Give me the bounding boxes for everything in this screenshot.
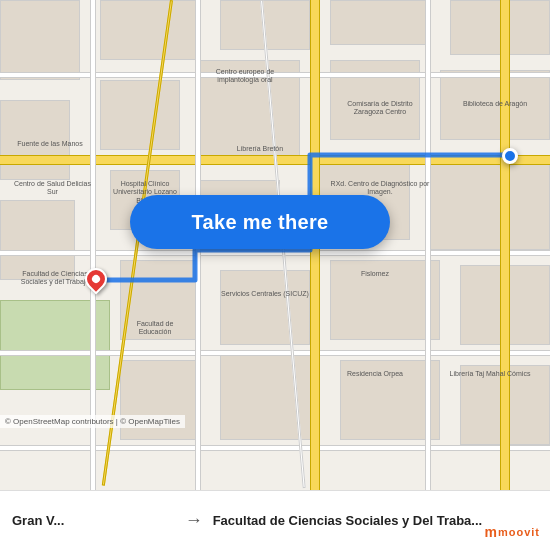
label-centro-europeo: Centro europeo de implantología oral (200, 68, 290, 85)
block (100, 0, 200, 60)
bottom-bar: Gran V... → Facultad de Ciencias Sociale… (0, 490, 550, 550)
label-comisaria: Comisaría de Distrito Zaragoza Centro (340, 100, 420, 117)
road-wide (500, 0, 510, 490)
destination-pin (85, 268, 107, 290)
from-location: Gran V... (12, 513, 175, 528)
moovit-logo: m moovit (484, 524, 540, 540)
moovit-brand-text: moovit (498, 526, 540, 538)
block (120, 360, 200, 440)
label-servicios: Servicios Centrales (SICUZ) (220, 290, 310, 298)
take-me-there-button[interactable]: Take me there (130, 195, 390, 249)
block (220, 355, 320, 440)
origin-dot (502, 148, 518, 164)
block (0, 200, 75, 280)
label-residencia: Residencia Orpea (330, 370, 420, 378)
map-attribution: © OpenStreetMap contributors | © OpenMap… (0, 415, 185, 428)
block (0, 0, 80, 80)
label-fislomez: Fislomez (330, 270, 420, 278)
label-facultad-edu: Facultad de Educación (120, 320, 190, 337)
block (220, 270, 310, 345)
block (330, 0, 430, 45)
from-value: Gran V... (12, 513, 175, 528)
label-biblioteca: Biblioteca de Aragón (445, 100, 545, 108)
block (100, 80, 180, 150)
label-libreria: Librería Bretón (220, 145, 300, 153)
direction-arrow: → (175, 510, 213, 531)
label-fuente: Fuente de las Manos (10, 140, 90, 148)
moovit-m-icon: m (484, 524, 495, 540)
cta-label: Take me there (192, 211, 329, 234)
label-cs-trabajo: Centro de Salud Delicias Sur (10, 180, 95, 197)
road (0, 250, 550, 256)
road (0, 445, 550, 451)
block (430, 160, 550, 250)
road (0, 350, 550, 356)
map-container: Centro europeo de implantología oral Fue… (0, 0, 550, 490)
road (425, 0, 431, 490)
label-libreria-taj: Librería Taj Mahal Cómics (445, 370, 535, 378)
